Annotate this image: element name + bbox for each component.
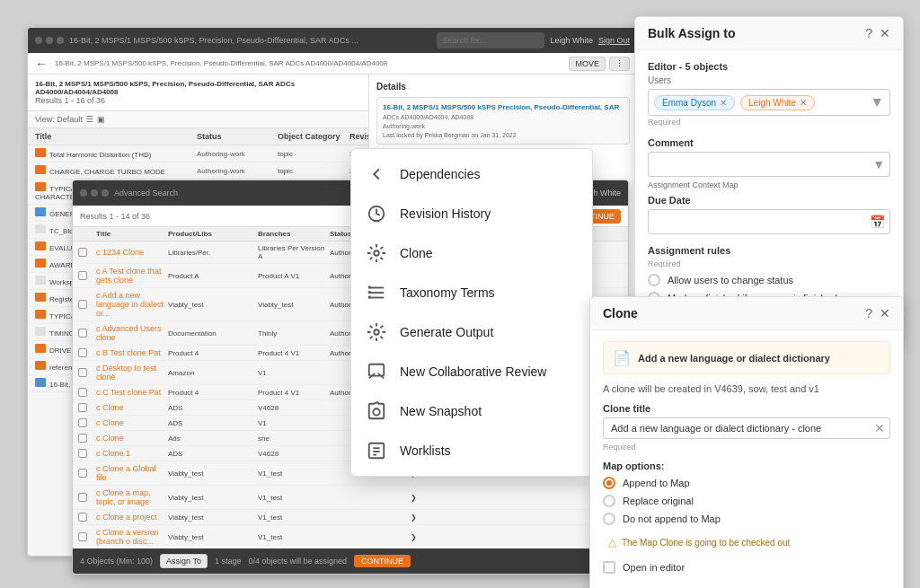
clone-radio-group: Append to Map Replace original Do not ap…	[603, 477, 890, 525]
col-title: Title	[35, 132, 197, 141]
view-icon[interactable]: ☰	[86, 115, 93, 124]
view-icon2[interactable]: ▣	[97, 115, 105, 124]
menu-label-new-snapshot: New Snapshot	[400, 404, 482, 418]
back-button[interactable]: ←	[35, 57, 48, 71]
topbar-signout[interactable]: Sign Out	[598, 36, 630, 45]
bulk-assign-help-button[interactable]: ?	[865, 26, 872, 40]
open-in-editor-checkbox[interactable]	[603, 561, 615, 574]
menu-label-taxonomy-terms: Taxonomy Terms	[400, 285, 495, 300]
row-checkbox[interactable]	[78, 300, 87, 309]
user-tags[interactable]: Emma Dyson ✕ Leigh White ✕ ▼	[648, 89, 890, 116]
menu-item-worklists[interactable]: Worklists	[351, 431, 592, 470]
clone-help-button[interactable]: ?	[865, 306, 872, 320]
users-dropdown-icon[interactable]: ▼	[870, 94, 884, 110]
row-checkbox[interactable]	[78, 513, 87, 522]
row-product: Viabty_test	[168, 470, 258, 478]
row-branch: V1	[258, 369, 330, 377]
row-actions[interactable]: ❯	[411, 513, 482, 522]
row-checkbox[interactable]	[78, 403, 87, 412]
row-checkbox[interactable]	[78, 469, 87, 478]
table-row[interactable]: CHARGE, CHARGE TURBO MODE Authoring-work…	[28, 162, 368, 180]
details-item[interactable]: 16-Bit, 2 MSPS/1 MSPS/500 kSPS Precision…	[376, 97, 630, 145]
comment-field-group: Comment Assignment Context Map ▼	[648, 137, 890, 177]
row-branch: V1_test	[258, 494, 330, 502]
row-checkbox[interactable]	[78, 532, 87, 541]
table-row[interactable]: c Clone a map, topic, or image Viabty_te…	[73, 486, 628, 510]
results-label: Results 1 - 16 of 36	[35, 96, 361, 105]
menu-item-new-collaborative-review[interactable]: New Collaborative Review	[351, 352, 592, 391]
clone-close-button[interactable]: ✕	[880, 306, 890, 320]
menu-item-clone[interactable]: Clone	[351, 233, 592, 273]
menu-item-new-snapshot[interactable]: New Snapshot	[351, 391, 592, 431]
row-checkbox[interactable]	[78, 449, 87, 458]
menu-item-dependencies[interactable]: Dependencies	[351, 154, 592, 194]
row-checkbox[interactable]	[78, 271, 87, 280]
clone-radio-append-circle[interactable]	[603, 477, 615, 489]
row-title: CHARGE, CHARGE TURBO MODE	[35, 165, 197, 176]
row-branch: V4628	[258, 404, 330, 412]
table-row[interactable]: Total Harmonic Distortion (THD) Authorin…	[28, 145, 368, 162]
clone-input-clear-icon[interactable]: ✕	[874, 421, 885, 435]
row-checkbox[interactable]	[78, 248, 87, 257]
row-checkbox[interactable]	[78, 329, 87, 338]
row-actions[interactable]: ❯	[411, 533, 482, 541]
row-branch: Product A V1	[258, 272, 330, 280]
details-item-locked: Last locked by Pekka Bergman on Jan 31, …	[383, 132, 624, 138]
menu-label-dependencies: Dependencies	[400, 167, 481, 181]
dependencies-icon	[366, 163, 387, 185]
calendar-icon[interactable]: 📅	[870, 215, 885, 229]
table-row[interactable]: c Clone a version (branch o disc... Viab…	[73, 525, 628, 549]
col-product: Product/Libs	[168, 230, 258, 238]
second-window-dots	[80, 189, 109, 197]
details-title: Details	[376, 82, 630, 92]
clone-topbar-actions: ? ✕	[865, 306, 890, 320]
row-branch: Product 4 V1	[258, 389, 330, 397]
row-checkbox[interactable]	[78, 348, 87, 357]
bulk-assign-close-button[interactable]: ✕	[880, 26, 890, 40]
row-checkbox[interactable]	[78, 368, 87, 377]
row-checkbox[interactable]	[78, 493, 87, 502]
continue-btn[interactable]: CONTINUE	[354, 555, 411, 567]
menu-label-worklists: Worklists	[400, 443, 451, 458]
table-row[interactable]: c Clone a project Viabty_test V1_test ❯	[73, 510, 628, 525]
menu-item-taxonomy-terms[interactable]: Taxonomy Terms	[351, 273, 592, 312]
row-title: Total Harmonic Distortion (THD)	[35, 148, 197, 159]
radio-allow[interactable]	[648, 274, 660, 286]
clone-title-input[interactable]	[603, 417, 890, 439]
menu-item-revision-history[interactable]: Revision History	[351, 194, 592, 233]
row-version: c Advanced Users clone	[96, 324, 168, 342]
due-date-input[interactable]	[648, 209, 890, 234]
warning-icon: △	[608, 536, 616, 549]
clone-radio-replace-circle[interactable]	[603, 495, 615, 507]
user-tag-emma[interactable]: Emma Dyson ✕	[654, 95, 735, 110]
row-version: c Add a new language in dialect or...	[96, 291, 168, 318]
move-button[interactable]: MOVE	[569, 57, 606, 71]
comment-input[interactable]	[648, 152, 890, 177]
row-checkbox[interactable]	[78, 434, 87, 443]
clone-item-icon: 📄	[613, 349, 631, 366]
clone-radio-append[interactable]: Append to Map	[603, 477, 890, 489]
user-tag-leigh-remove[interactable]: ✕	[800, 98, 807, 108]
dot-6	[102, 189, 109, 197]
topbar-search-input[interactable]	[437, 32, 544, 48]
row-product: Documentation	[168, 329, 258, 338]
comment-dropdown-icon[interactable]: ▼	[872, 157, 885, 171]
row-version: c Clone a version (branch o disc...	[96, 528, 168, 546]
row-product: ADS	[168, 404, 258, 412]
row-checkbox[interactable]	[78, 418, 87, 427]
breadcrumb-path: 16-Bit, 2 MSPS/1 MSPS/500 kSPS, Precisio…	[55, 59, 562, 67]
clone-radio-no-append[interactable]: Do not append to Map	[603, 513, 890, 525]
toolbar-more-button[interactable]: ⋮	[609, 57, 630, 71]
clone-radio-no-append-circle[interactable]	[603, 513, 615, 525]
row-actions[interactable]: ❯	[411, 494, 482, 502]
radio-item-allow[interactable]: Allow users to change status	[648, 274, 890, 286]
svg-rect-7	[368, 296, 371, 299]
user-tag-leigh[interactable]: Leigh White ✕	[740, 95, 815, 110]
row-checkbox[interactable]	[78, 388, 87, 397]
user-tag-leigh-label: Leigh White	[748, 98, 796, 108]
menu-item-generate-output[interactable]: Generate Output	[351, 312, 592, 352]
row-version: c Clone	[96, 418, 168, 427]
clone-radio-replace[interactable]: Replace original	[603, 495, 890, 507]
user-tag-emma-remove[interactable]: ✕	[720, 98, 727, 108]
assign-to-btn[interactable]: Assign To	[160, 554, 208, 568]
